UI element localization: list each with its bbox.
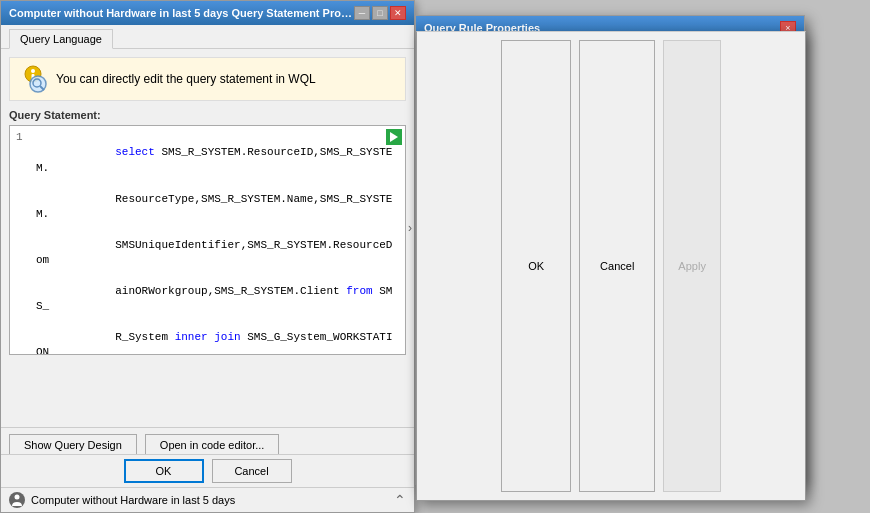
- wql-info-box: You can directly edit the query statemen…: [9, 57, 406, 101]
- status-bar: Computer without Hardware in last 5 days…: [1, 487, 414, 512]
- query-statement-label: Query Statement:: [9, 109, 406, 121]
- run-button[interactable]: [386, 129, 402, 145]
- fg-ok-button[interactable]: OK: [501, 40, 571, 492]
- status-person-icon: [9, 492, 25, 508]
- fg-dialog-footer: OK Cancel Apply: [416, 31, 806, 501]
- bg-dialog-titlebar: Computer without Hardware in last 5 days…: [1, 1, 414, 25]
- code-line-1: 1 select SMS_R_SYSTEM.ResourceID,SMS_R_S…: [16, 130, 399, 355]
- query-code-area[interactable]: 1 select SMS_R_SYSTEM.ResourceID,SMS_R_S…: [9, 125, 406, 355]
- svg-point-6: [15, 495, 20, 500]
- bg-cancel-button[interactable]: Cancel: [212, 459, 292, 483]
- wql-info-text: You can directly edit the query statemen…: [56, 72, 316, 86]
- maximize-button[interactable]: □: [372, 6, 388, 20]
- svg-point-1: [31, 69, 35, 73]
- tab-query-language[interactable]: Query Language: [9, 29, 113, 49]
- fg-cancel-button[interactable]: Cancel: [579, 40, 655, 492]
- minimize-button[interactable]: ─: [354, 6, 370, 20]
- query-statement-properties-dialog: Computer without Hardware in last 5 days…: [0, 0, 415, 513]
- bg-dialog-titlebar-buttons: ─ □ ✕: [354, 6, 406, 20]
- info-icon: [18, 64, 48, 94]
- scroll-arrow-right[interactable]: ›: [408, 221, 412, 235]
- show-query-design-button[interactable]: Show Query Design: [9, 434, 137, 456]
- status-label: Computer without Hardware in last 5 days: [31, 494, 235, 506]
- status-arrow-icon: ⌃: [394, 492, 406, 508]
- bg-dialog-tabs: Query Language: [1, 25, 414, 49]
- bg-ok-button[interactable]: OK: [124, 459, 204, 483]
- bg-dialog-title: Computer without Hardware in last 5 days…: [9, 7, 354, 19]
- fg-apply-button: Apply: [663, 40, 721, 492]
- bg-dialog-content: You can directly edit the query statemen…: [1, 49, 414, 363]
- query-rule-properties-dialog: Query Rule Properties × General Name:: [415, 15, 805, 485]
- close-button[interactable]: ✕: [390, 6, 406, 20]
- run-triangle-icon: [390, 132, 398, 142]
- open-code-editor-button[interactable]: Open in code editor...: [145, 434, 280, 456]
